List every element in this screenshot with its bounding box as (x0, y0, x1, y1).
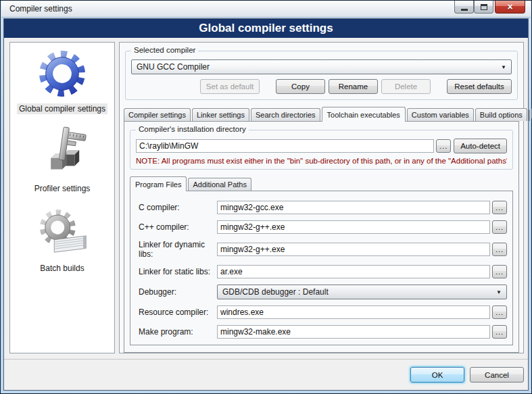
ok-button[interactable]: OK (410, 367, 464, 383)
chevron-down-icon: ▼ (496, 289, 502, 295)
sidebar-item-batch-builds[interactable]: Batch builds (34, 205, 91, 274)
browse-resource-compiler-button[interactable]: ... (492, 305, 507, 319)
auto-detect-button[interactable]: Auto-detect (454, 139, 507, 153)
gear-blue-icon (34, 45, 91, 102)
tab-compiler-settings[interactable]: Compiler settings (124, 108, 191, 121)
installation-directory-input[interactable] (136, 139, 434, 153)
make-program-input[interactable] (217, 325, 490, 339)
dynamic-linker-input[interactable] (217, 243, 490, 256)
titlebar[interactable]: Compiler settings × (1, 1, 531, 18)
field-label: Debugger: (136, 287, 217, 297)
tab-program-files[interactable]: Program Files (130, 176, 187, 191)
sidebar-item-label: Profiler settings (32, 183, 93, 194)
browse-c-compiler-button[interactable]: ... (492, 201, 507, 214)
rename-button[interactable]: Rename (329, 79, 378, 94)
delete-button: Delete (381, 79, 431, 94)
field-row-static-linker: Linker for static libs: ... (136, 265, 507, 278)
copy-button[interactable]: Copy (276, 79, 325, 94)
dialog-client-area: Global compiler settings (3, 18, 529, 391)
installation-directory-group: Compiler's installation directory ... Au… (130, 130, 513, 170)
tab-build-options[interactable]: Build options (475, 108, 527, 121)
browse-directory-button[interactable]: ... (436, 139, 451, 153)
installation-directory-row: ... Auto-detect (136, 139, 507, 153)
close-icon: × (507, 1, 512, 12)
dialog-footer: OK Cancel (4, 359, 528, 390)
sidebar-item-label: Batch builds (38, 263, 86, 274)
window-controls: × (454, 1, 525, 14)
selected-compiler-value: GNU GCC Compiler (137, 62, 210, 72)
compiler-settings-panel: Selected compiler GNU GCC Compiler ▼ Set… (119, 42, 524, 353)
field-label: Resource compiler: (136, 307, 217, 317)
field-label: C++ compiler: (136, 222, 217, 232)
sidebar-item-global-compiler-settings[interactable]: Global compiler settings (17, 45, 107, 114)
debugger-value: GDB/CDB debugger : Default (222, 287, 329, 297)
compiler-settings-dialog: Compiler settings × Global compiler sett… (0, 0, 532, 394)
tab-linker-settings[interactable]: Linker settings (192, 108, 249, 121)
field-row-cpp-compiler: C++ compiler: ... (136, 220, 507, 234)
chevron-down-icon: ▼ (501, 64, 506, 70)
field-row-resource-compiler: Resource compiler: ... (136, 305, 507, 319)
tab-overflow-sliver (529, 109, 530, 121)
program-files-tabstrip: Program Files Additional Paths (130, 176, 513, 191)
field-row-make-program: Make program: ... (136, 325, 507, 339)
settings-category-list: Global compiler settings (9, 42, 115, 353)
field-label: Linker for static libs: (136, 267, 217, 276)
program-files-panel: C compiler: ... C++ compiler: ... Linker… (130, 191, 513, 345)
sidebar-item-label: Global compiler settings (17, 103, 107, 114)
settings-tabstrip: Compiler settings Linker settings Search… (124, 107, 519, 121)
field-row-dynamic-linker: Linker for dynamic libs: ... (136, 240, 507, 259)
cpp-compiler-input[interactable] (217, 220, 490, 234)
selected-compiler-dropdown[interactable]: GNU GCC Compiler ▼ (131, 59, 512, 74)
minimize-icon (461, 9, 468, 11)
set-as-default-button: Set as default (200, 79, 260, 94)
browse-dynamic-linker-button[interactable]: ... (492, 243, 507, 256)
cancel-button[interactable]: Cancel (470, 367, 524, 383)
bin-subdirectory-note: NOTE: All programs must exist either in … (136, 157, 507, 165)
close-button[interactable]: × (495, 1, 525, 14)
page-title: Global compiler settings (4, 19, 528, 38)
group-legend: Selected compiler (131, 46, 198, 54)
field-label: C compiler: (136, 203, 217, 212)
main-region: Global compiler settings (4, 38, 528, 359)
debugger-dropdown[interactable]: GDB/CDB debugger : Default ▼ (217, 285, 507, 299)
field-label: Make program: (136, 327, 217, 337)
tab-toolchain-executables[interactable]: Toolchain executables (322, 107, 406, 122)
compiler-buttons-row: Set as default Copy Rename Delete Reset … (131, 79, 512, 94)
gear-batch-icon (34, 205, 91, 262)
tab-additional-paths[interactable]: Additional Paths (188, 178, 251, 191)
static-linker-input[interactable] (217, 265, 490, 278)
field-label: Linker for dynamic libs: (136, 240, 217, 259)
toolchain-executables-page: Compiler's installation directory ... Au… (124, 121, 519, 353)
maximize-button[interactable] (474, 1, 493, 14)
caliper-icon (34, 125, 91, 182)
browse-make-program-button[interactable]: ... (492, 325, 507, 339)
maximize-icon (481, 4, 487, 10)
reset-defaults-button[interactable]: Reset defaults (447, 79, 512, 94)
field-row-debugger: Debugger: GDB/CDB debugger : Default ▼ (136, 285, 507, 299)
tab-search-directories[interactable]: Search directories (251, 108, 320, 121)
group-legend: Compiler's installation directory (136, 125, 249, 133)
selected-compiler-group: Selected compiler GNU GCC Compiler ▼ Set… (125, 51, 518, 100)
window-title: Compiler settings (9, 4, 72, 14)
tab-custom-variables[interactable]: Custom variables (407, 108, 474, 121)
c-compiler-input[interactable] (217, 201, 490, 214)
resource-compiler-input[interactable] (217, 305, 490, 319)
browse-cpp-compiler-button[interactable]: ... (492, 220, 507, 234)
sidebar-item-profiler-settings[interactable]: Profiler settings (32, 125, 93, 194)
minimize-button[interactable] (454, 1, 474, 14)
field-row-c-compiler: C compiler: ... (136, 201, 507, 214)
browse-static-linker-button[interactable]: ... (492, 265, 507, 278)
